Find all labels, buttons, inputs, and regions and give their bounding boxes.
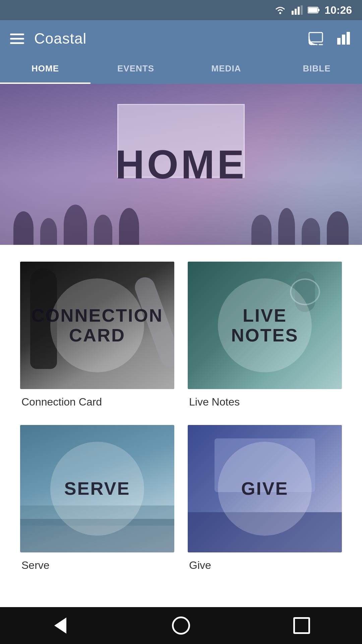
menu-button[interactable] [10, 34, 24, 44]
status-bar: 10:26 [0, 0, 362, 20]
analytics-icon [336, 30, 352, 46]
live-notes-overlay-label: LIVENOTES [231, 306, 298, 345]
header-right [308, 30, 352, 47]
header-left: Coastal [10, 30, 86, 47]
connection-card-overlay-label: CONNECTIONCARD [32, 306, 163, 345]
app-header: Coastal [0, 20, 362, 57]
live-notes-card-title: Live Notes [188, 396, 342, 408]
svg-rect-11 [342, 35, 345, 45]
wifi-icon [274, 5, 286, 15]
live-notes-card[interactable]: LIVENOTES Live Notes [188, 262, 342, 408]
svg-rect-2 [295, 9, 297, 15]
live-notes-card-image: LIVENOTES [188, 262, 342, 389]
svg-rect-6 [318, 9, 319, 11]
cast-button[interactable] [308, 30, 324, 47]
svg-rect-12 [347, 32, 350, 45]
tab-home[interactable]: HOME [0, 57, 90, 84]
app-title: Coastal [34, 30, 86, 47]
svg-rect-7 [308, 8, 317, 12]
connection-card[interactable]: CONNECTIONCARD Connection Card [20, 262, 174, 408]
svg-rect-1 [292, 11, 294, 15]
give-card-title: Give [188, 559, 342, 572]
svg-rect-8 [309, 33, 322, 42]
nav-tabs: HOME EVENTS MEDIA BIBLE [0, 57, 362, 84]
bottom-nav [0, 607, 362, 644]
cast-icon [308, 30, 324, 46]
live-notes-card-circle: LIVENOTES [218, 278, 312, 372]
status-time: 10:26 [324, 4, 352, 16]
serve-card-title: Serve [20, 559, 174, 572]
svg-rect-4 [301, 5, 303, 15]
hero-banner: HOME [0, 84, 362, 245]
give-card-image: GIVE [188, 425, 342, 552]
connection-card-image: CONNECTIONCARD [20, 262, 174, 389]
serve-card-image: SERVE [20, 425, 174, 552]
connection-card-circle: CONNECTIONCARD [50, 278, 144, 372]
give-card[interactable]: GIVE Give [188, 425, 342, 572]
status-icons: 10:26 [274, 4, 352, 16]
tab-events[interactable]: EVENTS [90, 57, 181, 84]
tab-media[interactable]: MEDIA [181, 57, 272, 84]
serve-overlay-label: SERVE [64, 479, 130, 498]
battery-icon [308, 5, 320, 15]
back-button[interactable] [47, 612, 74, 639]
serve-card[interactable]: SERVE Serve [20, 425, 174, 572]
recents-button[interactable] [288, 612, 315, 639]
give-card-circle: GIVE [218, 442, 312, 536]
give-overlay-label: GIVE [241, 479, 288, 498]
tab-bible[interactable]: BIBLE [272, 57, 362, 84]
home-button[interactable] [168, 612, 194, 639]
signal-icon [291, 5, 303, 15]
svg-rect-3 [298, 7, 300, 15]
cards-container: CONNECTIONCARD Connection Card LIVENOTES… [0, 245, 362, 588]
hero-text: HOME [115, 141, 247, 187]
svg-point-0 [279, 12, 281, 14]
svg-rect-10 [337, 38, 341, 45]
serve-card-circle: SERVE [50, 442, 144, 536]
connection-card-title: Connection Card [20, 396, 174, 408]
analytics-button[interactable] [336, 30, 352, 47]
